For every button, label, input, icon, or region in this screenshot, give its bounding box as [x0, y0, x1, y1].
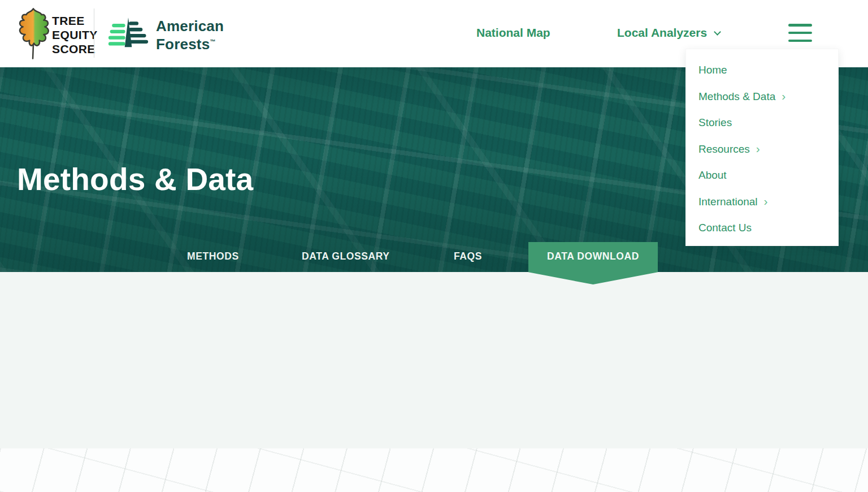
chevron-right-icon: ›	[764, 195, 768, 208]
dropdown-menu: Home Methods & Data › Stories Resources …	[685, 49, 839, 246]
hamburger-bar	[788, 40, 812, 42]
page: Methods & Data METHODS DATA GLOSSARY FAQ…	[0, 0, 868, 492]
tab-faqs[interactable]: FAQS	[454, 251, 482, 262]
footer-map-band	[0, 448, 868, 492]
menu-item-resources[interactable]: Resources ›	[686, 136, 838, 163]
menu-item-stories[interactable]: Stories	[686, 110, 838, 136]
american-forests-logo-icon[interactable]	[108, 16, 149, 51]
trademark-symbol: ™	[210, 38, 215, 45]
hamburger-bar	[788, 32, 812, 34]
chevron-down-icon	[714, 28, 721, 36]
tree-equity-score-wordmark[interactable]: TREE EQUITY SCORE	[52, 14, 98, 56]
american-forests-wordmark[interactable]: American Forests™	[156, 19, 224, 52]
tab-data-glossary[interactable]: DATA GLOSSARY	[302, 251, 390, 262]
main-content: Data Downloads + Change log +	[0, 272, 868, 448]
oak-leaf-logo-icon[interactable]	[16, 6, 51, 61]
menu-item-home[interactable]: Home	[686, 57, 838, 84]
page-title: Methods & Data	[17, 162, 253, 196]
af-word-american: American	[156, 19, 224, 34]
tab-methods[interactable]: METHODS	[187, 251, 239, 262]
menu-item-methods-data[interactable]: Methods & Data ›	[686, 84, 838, 110]
nav-local-analyzers[interactable]: Local Analyzers	[617, 26, 720, 40]
chevron-right-icon: ›	[756, 142, 760, 156]
menu-item-about[interactable]: About	[686, 162, 838, 189]
logo-divider	[94, 8, 94, 58]
hamburger-menu-button[interactable]	[788, 24, 812, 42]
tes-word-tree: TREE	[52, 14, 98, 28]
tes-word-equity: EQUITY	[52, 28, 98, 42]
chevron-right-icon: ›	[782, 89, 785, 103]
menu-item-international[interactable]: International ›	[686, 189, 838, 215]
tes-word-score: SCORE	[52, 42, 98, 56]
af-word-forests: Forests™	[156, 34, 224, 52]
hamburger-bar	[788, 24, 812, 27]
tab-data-download-label: DATA DOWNLOAD	[547, 251, 639, 262]
menu-item-contact-us[interactable]: Contact Us	[686, 215, 838, 241]
nav-national-map[interactable]: National Map	[476, 26, 550, 40]
